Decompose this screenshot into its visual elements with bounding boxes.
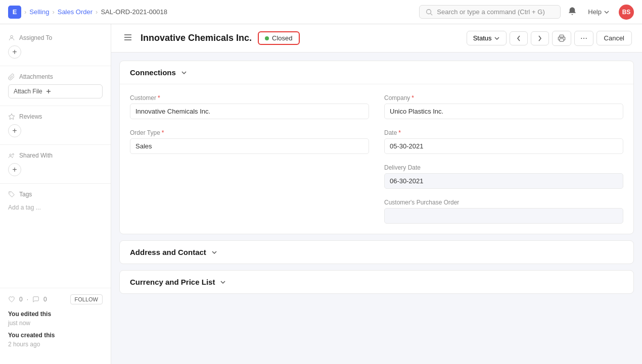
purchase-order-group: Customer's Purchase Order [384, 199, 623, 224]
menu-toggle-button[interactable] [121, 31, 134, 45]
svg-point-2 [11, 35, 13, 38]
attachments-title: Attachments [8, 73, 103, 80]
like-row: 0 · 0 FOLLOW [8, 294, 103, 304]
connections-header[interactable]: Connections [120, 61, 633, 84]
assigned-to-title: Assigned To [8, 34, 103, 41]
bell-icon [568, 7, 577, 16]
order-type-group: Order Type * [130, 129, 369, 154]
tags-title: Tags [8, 191, 103, 198]
reviews-title: Reviews [8, 113, 103, 120]
address-contact-title: Address and Contact [130, 248, 206, 256]
company-input[interactable] [384, 103, 623, 119]
activity-action-0: You edited this [8, 310, 51, 318]
top-nav-right: Search or type a command (Ctrl + G) Help… [419, 5, 634, 20]
sep2: › [52, 8, 54, 16]
chevron-down-icon [604, 9, 610, 15]
address-contact-card: Address and Contact [119, 240, 634, 264]
connections-card: Connections Customer * [119, 61, 634, 234]
date-label: Date * [384, 129, 623, 136]
currency-price-card: Currency and Price List [119, 270, 634, 294]
chevron-right-icon [536, 35, 543, 42]
required-star: * [158, 94, 160, 101]
chevron-down-icon3 [219, 278, 227, 286]
svg-point-7 [10, 193, 11, 193]
shared-with-section: Shared With + [0, 148, 111, 180]
required-star4: * [398, 129, 401, 136]
comment-icon[interactable] [32, 296, 39, 303]
attach-file-button[interactable]: Attach File [8, 84, 103, 98]
address-contact-header[interactable]: Address and Contact [120, 241, 633, 264]
print-icon [558, 34, 566, 42]
date-group: Date * [384, 129, 623, 154]
divider1 [0, 66, 111, 66]
notification-button[interactable] [566, 5, 579, 19]
date-input[interactable] [384, 138, 623, 154]
user-icon [8, 34, 15, 41]
sep3: › [96, 8, 98, 16]
reviews-section: Reviews + [0, 109, 111, 141]
activity-time-1: 2 hours ago [8, 340, 103, 349]
status-badge: Closed [258, 31, 299, 45]
status-dot [265, 36, 269, 40]
cards-container: Connections Customer * [111, 53, 642, 302]
chevron-down-icon [180, 69, 188, 77]
activity-time-0: just now [8, 319, 103, 328]
activity-item-0: You edited this just now [8, 309, 103, 328]
add-shared-button[interactable]: + [8, 163, 21, 176]
help-label: Help [588, 8, 602, 16]
activity-item-1: You created this 2 hours ago [8, 331, 103, 349]
breadcrumb-sales-order[interactable]: Sales Order [58, 8, 93, 16]
comments-count: 0 [43, 296, 47, 303]
search-bar[interactable]: Search or type a command (Ctrl + G) [419, 5, 561, 19]
help-button[interactable]: Help [584, 6, 614, 18]
print-button[interactable] [552, 31, 571, 46]
required-star3: * [162, 129, 164, 136]
prev-button[interactable] [510, 31, 528, 45]
breadcrumb-selling[interactable]: Selling [29, 8, 49, 16]
svg-rect-12 [560, 38, 564, 41]
svg-point-5 [10, 154, 12, 156]
star-icon [8, 113, 15, 120]
likes-count: 0 [19, 296, 23, 303]
customer-group: Customer * [130, 94, 369, 119]
svg-point-6 [12, 153, 14, 155]
app-icon[interactable]: E [8, 6, 21, 19]
status-label: Closed [272, 34, 292, 42]
tags-section: Tags Add a tag ... [0, 187, 111, 217]
more-options-button[interactable] [574, 31, 593, 46]
customer-label: Customer * [130, 94, 369, 101]
purchase-order-input[interactable] [384, 208, 623, 224]
order-type-label: Order Type * [130, 129, 369, 136]
customer-input[interactable] [130, 103, 369, 119]
purchase-order-label: Customer's Purchase Order [384, 199, 623, 206]
svg-line-1 [431, 13, 433, 15]
delivery-date-input[interactable] [384, 173, 623, 189]
next-button[interactable] [531, 31, 549, 45]
add-assigned-button[interactable]: + [8, 45, 21, 59]
shared-icon [8, 152, 15, 159]
svg-point-14 [583, 38, 584, 39]
empty-left [130, 164, 369, 189]
search-placeholder: Search or type a command (Ctrl + G) [437, 8, 545, 16]
order-type-input[interactable] [130, 138, 369, 154]
follow-button[interactable]: FOLLOW [70, 294, 103, 304]
add-review-button[interactable]: + [8, 124, 21, 137]
svg-point-0 [427, 9, 431, 14]
top-navigation: E › Selling › Sales Order › SAL-ORD-2021… [0, 0, 642, 24]
avatar[interactable]: BS [619, 5, 634, 20]
doc-title-area: Innovative Chemicals Inc. Closed [121, 31, 300, 45]
divider3 [0, 144, 111, 145]
connections-title: Connections [130, 68, 176, 77]
heart-icon[interactable] [8, 296, 15, 303]
activity-action-1: You created this [8, 332, 55, 339]
sidebar: Assigned To + Attachments Attach File [0, 24, 111, 364]
currency-price-title: Currency and Price List [130, 278, 215, 286]
dot-sep: · [27, 296, 28, 303]
delivery-date-label: Delivery Date [384, 164, 623, 171]
cancel-button[interactable]: Cancel [597, 31, 632, 45]
delivery-date-group: Delivery Date [384, 164, 623, 189]
currency-price-header[interactable]: Currency and Price List [120, 271, 633, 293]
add-tag-field[interactable]: Add a tag ... [8, 202, 103, 213]
connections-form: Customer * Company * [130, 94, 623, 224]
status-button[interactable]: Status [467, 31, 507, 45]
